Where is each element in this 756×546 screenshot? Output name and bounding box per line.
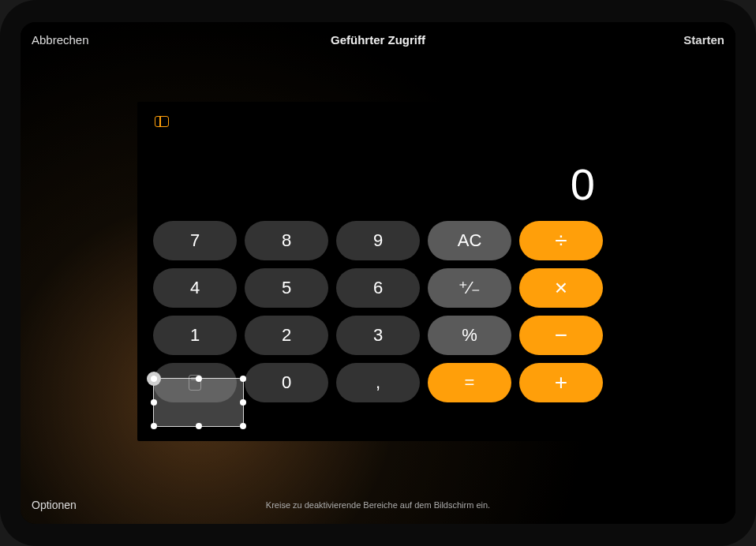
sidebar-toggle-icon (155, 116, 169, 127)
resize-handle-ml[interactable] (151, 399, 157, 406)
calculator-keypad: 7 8 9 AC ÷ 4 5 6 ⁺∕₋ × 1 (153, 221, 603, 402)
ipad-frame: Abbrechen Geführter Zugriff Starten 0 7 … (0, 0, 756, 546)
key-equals[interactable]: = (428, 363, 511, 402)
key-6[interactable]: 6 (336, 268, 420, 308)
key-7[interactable]: 7 (153, 221, 237, 260)
key-multiply[interactable]: × (519, 268, 603, 308)
key-percent[interactable]: % (428, 316, 511, 355)
key-8[interactable]: 8 (245, 221, 328, 260)
key-1[interactable]: 1 (153, 316, 237, 355)
disabled-region-selection[interactable]: × (153, 378, 244, 427)
calculator-app-preview: 0 7 8 9 AC ÷ 4 5 6 ⁺∕₋ × (137, 102, 619, 441)
key-5[interactable]: 5 (245, 268, 328, 308)
content-area[interactable]: 0 7 8 9 AC ÷ 4 5 6 ⁺∕₋ × (21, 57, 735, 486)
screen: Abbrechen Geführter Zugriff Starten 0 7 … (21, 22, 735, 524)
resize-handle-mr[interactable] (240, 399, 246, 406)
instruction-hint: Kreise zu deaktivierende Bereiche auf de… (21, 500, 735, 510)
page-title: Geführter Zugriff (21, 33, 735, 47)
key-ac[interactable]: AC (428, 221, 511, 260)
resize-handle-bm[interactable] (196, 423, 202, 429)
start-button[interactable]: Starten (683, 33, 724, 47)
key-decimal[interactable]: , (336, 363, 420, 402)
top-bar: Abbrechen Geführter Zugriff Starten (21, 22, 735, 57)
key-4[interactable]: 4 (153, 268, 237, 308)
resize-handle-bl[interactable] (151, 423, 157, 429)
key-2[interactable]: 2 (245, 316, 328, 355)
bottom-bar: Optionen Kreise zu deaktivierende Bereic… (21, 486, 735, 524)
key-9[interactable]: 9 (336, 221, 420, 260)
resize-handle-tm[interactable] (196, 376, 202, 382)
resize-handle-br[interactable] (240, 423, 246, 429)
resize-handle-tr[interactable] (240, 376, 246, 382)
resize-handle-tl[interactable] (151, 376, 157, 382)
key-minus[interactable]: − (519, 316, 603, 355)
options-button[interactable]: Optionen (32, 499, 77, 511)
key-0[interactable]: 0 (245, 363, 328, 402)
calculator-display: 0 (153, 159, 603, 210)
key-plus[interactable]: + (519, 363, 603, 402)
key-divide[interactable]: ÷ (519, 221, 603, 260)
key-3[interactable]: 3 (336, 316, 420, 355)
cancel-button[interactable]: Abbrechen (32, 33, 89, 47)
key-plusminus[interactable]: ⁺∕₋ (428, 268, 511, 308)
